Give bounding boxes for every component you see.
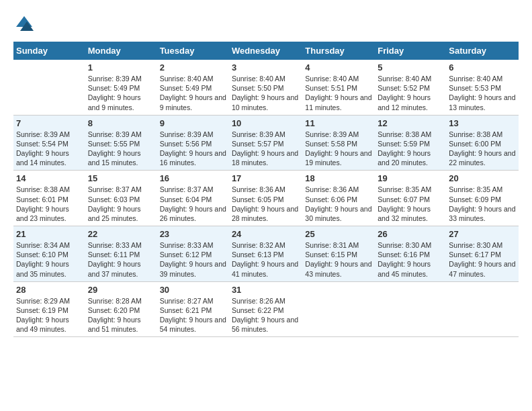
day-detail: Sunrise: 8:31 AMSunset: 6:15 PMDaylight:… (305, 240, 372, 279)
day-detail: Sunrise: 8:38 AMSunset: 6:00 PMDaylight:… (449, 130, 516, 168)
day-detail: Sunrise: 8:35 AMSunset: 6:07 PMDaylight:… (378, 185, 443, 223)
day-detail: Sunrise: 8:33 AMSunset: 6:12 PMDaylight:… (160, 240, 226, 279)
logo-icon (13, 13, 35, 35)
day-number: 10 (232, 118, 300, 128)
day-number: 1 (88, 62, 154, 73)
day-detail: Sunrise: 8:37 AMSunset: 6:04 PMDaylight:… (160, 185, 226, 223)
day-number: 19 (378, 173, 443, 183)
day-detail: Sunrise: 8:26 AMSunset: 6:22 PMDaylight:… (232, 296, 300, 334)
calendar-cell (375, 281, 446, 337)
calendar-cell: 23Sunrise: 8:33 AMSunset: 6:12 PMDayligh… (157, 226, 229, 282)
day-number: 5 (378, 62, 443, 73)
day-number: 13 (449, 118, 516, 128)
day-detail: Sunrise: 8:39 AMSunset: 5:55 PMDaylight:… (88, 130, 154, 168)
calendar-cell (302, 281, 375, 337)
calendar-cell: 18Sunrise: 8:36 AMSunset: 6:06 PMDayligh… (302, 171, 375, 226)
weekday-header-saturday: Saturday (446, 42, 519, 60)
day-detail: Sunrise: 8:30 AMSunset: 6:16 PMDaylight:… (378, 240, 443, 279)
day-detail: Sunrise: 8:29 AMSunset: 6:19 PMDaylight:… (16, 296, 83, 334)
day-detail: Sunrise: 8:28 AMSunset: 6:20 PMDaylight:… (88, 296, 154, 334)
day-number: 14 (16, 173, 83, 183)
calendar-cell (446, 281, 519, 337)
calendar-cell (13, 60, 85, 115)
calendar-cell: 3Sunrise: 8:40 AMSunset: 5:50 PMDaylight… (229, 60, 302, 115)
day-number: 15 (88, 173, 154, 183)
calendar-cell: 7Sunrise: 8:39 AMSunset: 5:54 PMDaylight… (13, 115, 85, 171)
calendar-cell: 14Sunrise: 8:38 AMSunset: 6:01 PMDayligh… (13, 171, 85, 226)
day-detail: Sunrise: 8:37 AMSunset: 6:03 PMDaylight:… (88, 185, 154, 223)
calendar-cell: 8Sunrise: 8:39 AMSunset: 5:55 PMDaylight… (85, 115, 157, 171)
svg-marker-0 (16, 16, 32, 27)
day-detail: Sunrise: 8:38 AMSunset: 5:59 PMDaylight:… (378, 130, 443, 168)
day-number: 17 (232, 173, 300, 183)
calendar-cell: 25Sunrise: 8:31 AMSunset: 6:15 PMDayligh… (302, 226, 375, 282)
calendar-cell: 28Sunrise: 8:29 AMSunset: 6:19 PMDayligh… (13, 281, 85, 337)
calendar-cell: 4Sunrise: 8:40 AMSunset: 5:51 PMDaylight… (302, 60, 375, 115)
day-detail: Sunrise: 8:39 AMSunset: 5:56 PMDaylight:… (160, 130, 226, 168)
calendar-week-row: 28Sunrise: 8:29 AMSunset: 6:19 PMDayligh… (13, 281, 519, 337)
calendar-cell: 21Sunrise: 8:34 AMSunset: 6:10 PMDayligh… (13, 226, 85, 282)
day-number: 31 (232, 285, 300, 295)
calendar-week-row: 14Sunrise: 8:38 AMSunset: 6:01 PMDayligh… (13, 171, 519, 226)
calendar-cell: 15Sunrise: 8:37 AMSunset: 6:03 PMDayligh… (85, 171, 157, 226)
day-number: 22 (88, 229, 154, 239)
day-detail: Sunrise: 8:40 AMSunset: 5:51 PMDaylight:… (305, 74, 372, 112)
day-number: 18 (305, 173, 372, 183)
calendar-cell: 30Sunrise: 8:27 AMSunset: 6:21 PMDayligh… (157, 281, 229, 337)
day-detail: Sunrise: 8:27 AMSunset: 6:21 PMDaylight:… (160, 296, 226, 334)
calendar-cell: 16Sunrise: 8:37 AMSunset: 6:04 PMDayligh… (157, 171, 229, 226)
logo (13, 13, 39, 35)
calendar-cell: 2Sunrise: 8:40 AMSunset: 5:49 PMDaylight… (157, 60, 229, 115)
day-detail: Sunrise: 8:35 AMSunset: 6:09 PMDaylight:… (449, 185, 516, 223)
calendar-cell: 22Sunrise: 8:33 AMSunset: 6:11 PMDayligh… (85, 226, 157, 282)
calendar-cell: 26Sunrise: 8:30 AMSunset: 6:16 PMDayligh… (375, 226, 446, 282)
calendar-cell: 5Sunrise: 8:40 AMSunset: 5:52 PMDaylight… (375, 60, 446, 115)
weekday-header-tuesday: Tuesday (157, 42, 229, 60)
page-header (13, 13, 519, 35)
calendar-cell: 17Sunrise: 8:36 AMSunset: 6:05 PMDayligh… (229, 171, 302, 226)
day-number: 4 (305, 62, 372, 73)
day-number: 11 (305, 118, 372, 128)
day-detail: Sunrise: 8:39 AMSunset: 5:49 PMDaylight:… (88, 74, 154, 112)
day-detail: Sunrise: 8:36 AMSunset: 6:06 PMDaylight:… (305, 185, 372, 223)
weekday-header-wednesday: Wednesday (229, 42, 302, 60)
calendar-cell: 9Sunrise: 8:39 AMSunset: 5:56 PMDaylight… (157, 115, 229, 171)
day-detail: Sunrise: 8:36 AMSunset: 6:05 PMDaylight:… (232, 185, 300, 223)
calendar-cell: 10Sunrise: 8:39 AMSunset: 5:57 PMDayligh… (229, 115, 302, 171)
day-detail: Sunrise: 8:30 AMSunset: 6:17 PMDaylight:… (449, 240, 516, 279)
calendar-cell: 13Sunrise: 8:38 AMSunset: 6:00 PMDayligh… (446, 115, 519, 171)
calendar-cell: 20Sunrise: 8:35 AMSunset: 6:09 PMDayligh… (446, 171, 519, 226)
calendar-week-row: 21Sunrise: 8:34 AMSunset: 6:10 PMDayligh… (13, 226, 519, 282)
day-number: 29 (88, 285, 154, 295)
day-number: 24 (232, 229, 300, 239)
day-number: 23 (160, 229, 226, 239)
day-number: 28 (16, 285, 83, 295)
day-number: 21 (16, 229, 83, 239)
day-detail: Sunrise: 8:39 AMSunset: 5:54 PMDaylight:… (16, 130, 83, 168)
day-detail: Sunrise: 8:40 AMSunset: 5:52 PMDaylight:… (378, 74, 443, 112)
day-detail: Sunrise: 8:40 AMSunset: 5:53 PMDaylight:… (449, 74, 516, 112)
calendar-cell: 27Sunrise: 8:30 AMSunset: 6:17 PMDayligh… (446, 226, 519, 282)
weekday-header-friday: Friday (375, 42, 446, 60)
calendar-cell: 29Sunrise: 8:28 AMSunset: 6:20 PMDayligh… (85, 281, 157, 337)
day-number: 20 (449, 173, 516, 183)
day-number: 12 (378, 118, 443, 128)
day-number: 6 (449, 62, 516, 73)
day-number: 3 (232, 62, 300, 73)
weekday-header-thursday: Thursday (302, 42, 375, 60)
day-detail: Sunrise: 8:38 AMSunset: 6:01 PMDaylight:… (16, 185, 83, 223)
day-number: 16 (160, 173, 226, 183)
day-number: 8 (88, 118, 154, 128)
calendar-cell: 11Sunrise: 8:39 AMSunset: 5:58 PMDayligh… (302, 115, 375, 171)
calendar-cell: 6Sunrise: 8:40 AMSunset: 5:53 PMDaylight… (446, 60, 519, 115)
calendar-cell: 12Sunrise: 8:38 AMSunset: 5:59 PMDayligh… (375, 115, 446, 171)
day-number: 2 (160, 62, 226, 73)
day-detail: Sunrise: 8:39 AMSunset: 5:58 PMDaylight:… (305, 130, 372, 168)
day-number: 30 (160, 285, 226, 295)
day-detail: Sunrise: 8:34 AMSunset: 6:10 PMDaylight:… (16, 240, 83, 279)
calendar-cell: 31Sunrise: 8:26 AMSunset: 6:22 PMDayligh… (229, 281, 302, 337)
calendar-cell: 19Sunrise: 8:35 AMSunset: 6:07 PMDayligh… (375, 171, 446, 226)
calendar-cell: 24Sunrise: 8:32 AMSunset: 6:13 PMDayligh… (229, 226, 302, 282)
calendar-week-row: 1Sunrise: 8:39 AMSunset: 5:49 PMDaylight… (13, 60, 519, 115)
calendar-week-row: 7Sunrise: 8:39 AMSunset: 5:54 PMDaylight… (13, 115, 519, 171)
